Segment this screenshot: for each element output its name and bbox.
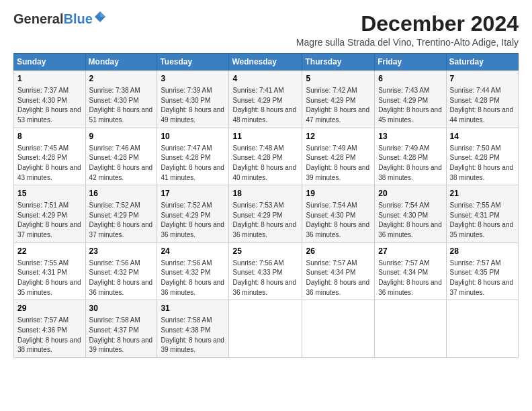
day-info: Sunrise: 7:57 AMSunset: 4:34 PMDaylight:… (306, 259, 369, 296)
calendar-cell: 22Sunrise: 7:55 AMSunset: 4:31 PMDayligh… (14, 242, 86, 300)
calendar-cell: 18Sunrise: 7:53 AMSunset: 4:29 PMDayligh… (229, 185, 302, 243)
calendar-cell: 31Sunrise: 7:58 AMSunset: 4:38 PMDayligh… (157, 300, 229, 358)
calendar-cell (229, 300, 302, 358)
day-number: 30 (89, 303, 154, 314)
calendar-cell: 24Sunrise: 7:56 AMSunset: 4:32 PMDayligh… (157, 242, 229, 300)
calendar-week-4: 22Sunrise: 7:55 AMSunset: 4:31 PMDayligh… (14, 242, 519, 300)
day-info: Sunrise: 7:44 AMSunset: 4:28 PMDaylight:… (450, 87, 514, 124)
calendar-cell: 11Sunrise: 7:48 AMSunset: 4:28 PMDayligh… (229, 128, 302, 185)
day-info: Sunrise: 7:58 AMSunset: 4:37 PMDaylight:… (89, 316, 153, 353)
day-info: Sunrise: 7:51 AMSunset: 4:29 PMDaylight:… (17, 201, 81, 238)
calendar-cell: 21Sunrise: 7:55 AMSunset: 4:31 PMDayligh… (446, 185, 518, 243)
day-info: Sunrise: 7:52 AMSunset: 4:29 PMDaylight:… (161, 201, 224, 238)
day-number: 15 (17, 188, 82, 199)
header-row: GeneralBlue December 2024 Magre sulla St… (13, 12, 519, 48)
calendar-cell: 6Sunrise: 7:43 AMSunset: 4:29 PMDaylight… (375, 71, 446, 128)
day-number: 16 (89, 188, 154, 199)
calendar-body: 1Sunrise: 7:37 AMSunset: 4:30 PMDaylight… (14, 71, 519, 358)
day-info: Sunrise: 7:54 AMSunset: 4:30 PMDaylight:… (306, 201, 369, 238)
day-number: 31 (161, 303, 225, 314)
day-number: 22 (17, 246, 82, 257)
day-info: Sunrise: 7:53 AMSunset: 4:29 PMDaylight:… (232, 201, 296, 238)
calendar-cell: 16Sunrise: 7:52 AMSunset: 4:29 PMDayligh… (85, 185, 157, 243)
logo: GeneralBlue (13, 12, 106, 26)
calendar-cell: 8Sunrise: 7:45 AMSunset: 4:28 PMDaylight… (14, 128, 86, 185)
day-info: Sunrise: 7:41 AMSunset: 4:29 PMDaylight:… (232, 87, 296, 124)
page-title: December 2024 (296, 12, 519, 36)
day-number: 27 (378, 246, 442, 257)
calendar-cell: 2Sunrise: 7:38 AMSunset: 4:30 PMDaylight… (85, 71, 157, 128)
day-number: 17 (161, 188, 225, 199)
calendar-header: SundayMondayTuesdayWednesdayThursdayFrid… (14, 54, 519, 71)
calendar-cell: 4Sunrise: 7:41 AMSunset: 4:29 PMDaylight… (229, 71, 302, 128)
day-info: Sunrise: 7:45 AMSunset: 4:28 PMDaylight:… (17, 144, 81, 181)
calendar-cell: 7Sunrise: 7:44 AMSunset: 4:28 PMDaylight… (446, 71, 518, 128)
page-container: GeneralBlue December 2024 Magre sulla St… (0, 0, 532, 365)
calendar-table: SundayMondayTuesdayWednesdayThursdayFrid… (13, 53, 519, 358)
day-info: Sunrise: 7:42 AMSunset: 4:29 PMDaylight:… (306, 87, 369, 124)
day-number: 25 (232, 246, 298, 257)
svg-marker-1 (100, 11, 105, 17)
day-number: 1 (17, 73, 82, 85)
day-info: Sunrise: 7:52 AMSunset: 4:29 PMDaylight:… (89, 201, 153, 238)
day-number: 18 (232, 188, 298, 199)
day-number: 12 (306, 131, 371, 142)
day-number: 13 (378, 131, 442, 142)
day-number: 29 (17, 303, 82, 314)
calendar-cell: 30Sunrise: 7:58 AMSunset: 4:37 PMDayligh… (85, 300, 157, 358)
day-number: 9 (89, 131, 154, 142)
calendar-cell: 23Sunrise: 7:56 AMSunset: 4:32 PMDayligh… (85, 242, 157, 300)
day-header-thursday: Thursday (302, 54, 375, 71)
day-number: 8 (17, 131, 82, 142)
calendar-cell: 26Sunrise: 7:57 AMSunset: 4:34 PMDayligh… (302, 242, 375, 300)
day-number: 3 (161, 73, 225, 85)
calendar-cell: 12Sunrise: 7:49 AMSunset: 4:28 PMDayligh… (302, 128, 375, 185)
day-info: Sunrise: 7:55 AMSunset: 4:31 PMDaylight:… (17, 259, 81, 296)
day-number: 11 (232, 131, 298, 142)
day-number: 14 (450, 131, 515, 142)
day-number: 4 (232, 73, 298, 85)
day-info: Sunrise: 7:49 AMSunset: 4:28 PMDaylight:… (378, 144, 442, 181)
day-info: Sunrise: 7:54 AMSunset: 4:30 PMDaylight:… (378, 201, 442, 238)
day-number: 24 (161, 246, 225, 257)
day-info: Sunrise: 7:57 AMSunset: 4:36 PMDaylight:… (17, 316, 81, 353)
calendar-cell (375, 300, 446, 358)
day-number: 23 (89, 246, 154, 257)
calendar-week-5: 29Sunrise: 7:57 AMSunset: 4:36 PMDayligh… (14, 300, 519, 358)
day-info: Sunrise: 7:57 AMSunset: 4:34 PMDaylight:… (378, 259, 442, 296)
day-number: 7 (450, 73, 515, 85)
calendar-week-1: 1Sunrise: 7:37 AMSunset: 4:30 PMDaylight… (14, 71, 519, 128)
day-header-saturday: Saturday (446, 54, 518, 71)
day-info: Sunrise: 7:56 AMSunset: 4:32 PMDaylight:… (161, 259, 224, 296)
day-number: 10 (161, 131, 225, 142)
day-info: Sunrise: 7:37 AMSunset: 4:30 PMDaylight:… (17, 87, 81, 124)
day-info: Sunrise: 7:56 AMSunset: 4:33 PMDaylight:… (232, 259, 296, 296)
calendar-cell: 3Sunrise: 7:39 AMSunset: 4:30 PMDaylight… (157, 71, 229, 128)
day-header-tuesday: Tuesday (157, 54, 229, 71)
title-block: December 2024 Magre sulla Strada del Vin… (296, 12, 519, 48)
page-subtitle: Magre sulla Strada del Vino, Trentino-Al… (296, 37, 519, 48)
calendar-cell: 9Sunrise: 7:46 AMSunset: 4:28 PMDaylight… (85, 128, 157, 185)
day-info: Sunrise: 7:38 AMSunset: 4:30 PMDaylight:… (89, 87, 153, 124)
logo-icon (94, 11, 106, 23)
calendar-cell: 15Sunrise: 7:51 AMSunset: 4:29 PMDayligh… (14, 185, 86, 243)
day-info: Sunrise: 7:43 AMSunset: 4:29 PMDaylight:… (378, 87, 442, 124)
calendar-cell: 10Sunrise: 7:47 AMSunset: 4:28 PMDayligh… (157, 128, 229, 185)
calendar-week-3: 15Sunrise: 7:51 AMSunset: 4:29 PMDayligh… (14, 185, 519, 243)
day-header-monday: Monday (85, 54, 157, 71)
calendar-week-2: 8Sunrise: 7:45 AMSunset: 4:28 PMDaylight… (14, 128, 519, 185)
calendar-cell (302, 300, 375, 358)
day-header-wednesday: Wednesday (229, 54, 302, 71)
day-number: 21 (450, 188, 515, 199)
day-info: Sunrise: 7:39 AMSunset: 4:30 PMDaylight:… (161, 87, 224, 124)
day-header-friday: Friday (375, 54, 446, 71)
calendar-cell: 5Sunrise: 7:42 AMSunset: 4:29 PMDaylight… (302, 71, 375, 128)
day-info: Sunrise: 7:47 AMSunset: 4:28 PMDaylight:… (161, 144, 224, 181)
day-number: 2 (89, 73, 154, 85)
calendar-cell: 29Sunrise: 7:57 AMSunset: 4:36 PMDayligh… (14, 300, 86, 358)
day-info: Sunrise: 7:46 AMSunset: 4:28 PMDaylight:… (89, 144, 153, 181)
header-row-days: SundayMondayTuesdayWednesdayThursdayFrid… (14, 54, 519, 71)
calendar-cell: 17Sunrise: 7:52 AMSunset: 4:29 PMDayligh… (157, 185, 229, 243)
day-info: Sunrise: 7:48 AMSunset: 4:28 PMDaylight:… (232, 144, 296, 181)
day-info: Sunrise: 7:49 AMSunset: 4:28 PMDaylight:… (306, 144, 369, 181)
